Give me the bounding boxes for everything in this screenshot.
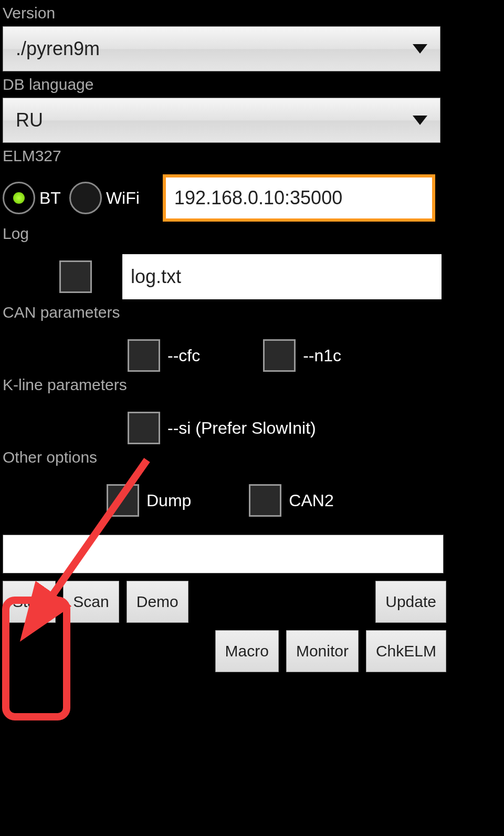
caret-down-icon	[413, 44, 427, 54]
dump-checkbox[interactable]	[107, 484, 139, 517]
can-parameters-label: CAN parameters	[3, 299, 446, 326]
wifi-radio[interactable]	[69, 182, 102, 214]
start-button[interactable]: Start	[3, 581, 56, 623]
cfc-checkbox[interactable]	[128, 339, 160, 372]
wifi-radio-label: WiFi	[106, 189, 140, 208]
macro-button[interactable]: Macro	[215, 630, 279, 672]
n1c-checkbox[interactable]	[263, 339, 296, 372]
chkelm-button[interactable]: ChkELM	[366, 630, 446, 672]
update-button[interactable]: Update	[375, 581, 446, 623]
log-label: Log	[3, 221, 446, 247]
elm327-label: ELM327	[3, 143, 446, 169]
n1c-label: --n1c	[303, 346, 341, 365]
db-language-dropdown[interactable]: RU	[3, 98, 440, 143]
kline-parameters-label: K-line parameters	[3, 372, 446, 398]
version-dropdown[interactable]: ./pyren9m	[3, 26, 440, 71]
bt-radio-label: BT	[39, 189, 61, 208]
scan-button[interactable]: Scan	[63, 581, 119, 623]
version-selected: ./pyren9m	[16, 38, 413, 60]
db-language-label: DB language	[3, 71, 446, 98]
db-language-selected: RU	[16, 109, 413, 131]
si-label: --si (Prefer SlowInit)	[167, 419, 316, 438]
other-options-label: Other options	[3, 444, 446, 471]
can2-checkbox[interactable]	[249, 484, 281, 517]
version-label: Version	[3, 0, 446, 26]
log-file-input[interactable]	[122, 254, 442, 299]
si-checkbox[interactable]	[128, 412, 160, 444]
elm327-address-input[interactable]	[164, 175, 434, 221]
can2-label: CAN2	[289, 491, 333, 510]
bt-radio[interactable]	[3, 182, 35, 214]
demo-button[interactable]: Demo	[127, 581, 188, 623]
dump-label: Dump	[146, 491, 191, 510]
log-checkbox[interactable]	[59, 260, 92, 293]
output-textbox[interactable]	[3, 535, 444, 573]
caret-down-icon	[413, 116, 427, 125]
cfc-label: --cfc	[167, 346, 200, 365]
monitor-button[interactable]: Monitor	[286, 630, 359, 672]
